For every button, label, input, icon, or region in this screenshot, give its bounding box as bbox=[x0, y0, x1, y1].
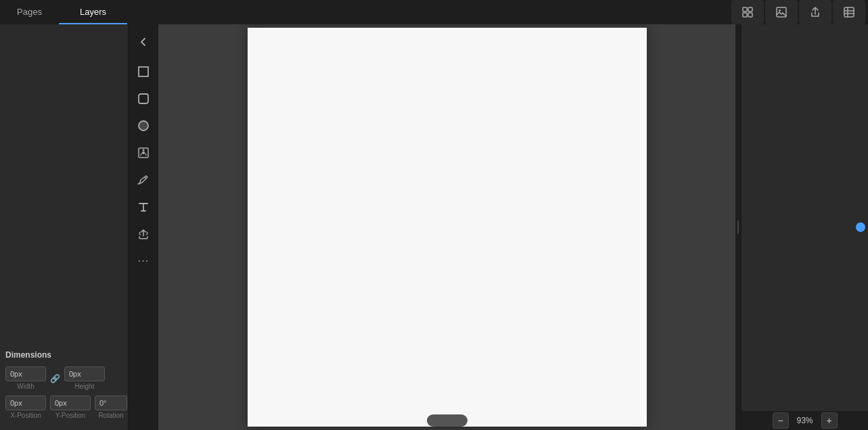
rounded-rect-tool-button[interactable] bbox=[131, 87, 156, 111]
top-bar-right-actions bbox=[731, 0, 868, 24]
upload-icon bbox=[137, 227, 150, 241]
svg-rect-7 bbox=[139, 67, 148, 76]
tab-pages[interactable]: Pages bbox=[0, 0, 59, 24]
rotation-field-group: Rotation bbox=[95, 396, 127, 419]
pen-icon bbox=[137, 173, 150, 187]
y-label: Y-Position bbox=[50, 412, 91, 419]
svg-point-9 bbox=[139, 121, 148, 130]
x-field-group: X-Position bbox=[5, 396, 46, 419]
pen-tool-button[interactable] bbox=[131, 168, 156, 192]
grid-icon bbox=[741, 5, 754, 19]
width-height-row: Width 🔗 Height bbox=[5, 366, 122, 390]
back-button[interactable] bbox=[131, 30, 156, 54]
svg-point-11 bbox=[143, 149, 145, 151]
zoom-value: 93% bbox=[793, 416, 817, 425]
dimensions-panel: Dimensions Width 🔗 Height X-Position bbox=[0, 342, 128, 430]
canvas-page bbox=[248, 28, 647, 427]
zoom-plus-icon: + bbox=[826, 415, 831, 426]
grid-button[interactable] bbox=[731, 0, 764, 24]
frame-tool-button[interactable] bbox=[131, 141, 156, 165]
rotation-input[interactable] bbox=[95, 396, 127, 410]
zoom-in-button[interactable]: + bbox=[821, 412, 838, 429]
more-tools-button[interactable]: ··· bbox=[131, 249, 156, 273]
height-label: Height bbox=[64, 383, 105, 390]
width-input[interactable] bbox=[5, 366, 46, 381]
frame-icon bbox=[137, 146, 150, 160]
height-field-group: Height bbox=[64, 366, 105, 390]
page-indicator bbox=[427, 414, 467, 427]
height-input[interactable] bbox=[64, 366, 105, 381]
x-label: X-Position bbox=[5, 412, 46, 419]
rectangle-icon bbox=[137, 65, 150, 78]
x-input[interactable] bbox=[5, 396, 46, 410]
upload-tool-button[interactable] bbox=[131, 222, 156, 246]
svg-rect-8 bbox=[139, 94, 148, 103]
position-row: X-Position Y-Position Rotation bbox=[5, 396, 122, 419]
tab-layers-label: Layers bbox=[80, 7, 106, 17]
y-field-group: Y-Position bbox=[50, 396, 91, 419]
svg-rect-6 bbox=[844, 7, 854, 17]
zoom-bar: − 93% + bbox=[741, 411, 868, 430]
text-tool-button[interactable] bbox=[131, 195, 156, 219]
rotation-label: Rotation bbox=[95, 412, 127, 419]
svg-rect-3 bbox=[748, 13, 752, 17]
status-dot bbox=[856, 222, 865, 232]
layers-list bbox=[0, 24, 128, 342]
width-label: Width bbox=[5, 383, 46, 390]
dimensions-title: Dimensions bbox=[5, 350, 122, 360]
rectangle-tool-button[interactable] bbox=[131, 59, 156, 84]
zoom-out-button[interactable]: − bbox=[773, 412, 789, 429]
circle-tool-button[interactable] bbox=[131, 114, 156, 138]
circle-icon bbox=[137, 119, 150, 133]
width-field-group: Width bbox=[5, 366, 46, 390]
collapse-handle[interactable] bbox=[735, 24, 741, 430]
more-icon bbox=[842, 5, 856, 19]
image-icon bbox=[775, 5, 788, 19]
svg-rect-0 bbox=[743, 7, 747, 11]
tab-layers[interactable]: Layers bbox=[59, 0, 127, 24]
left-sidebar: Dimensions Width 🔗 Height X-Position bbox=[0, 24, 129, 430]
y-input[interactable] bbox=[50, 396, 91, 410]
share-icon bbox=[808, 5, 822, 19]
tool-strip: ··· bbox=[129, 24, 158, 430]
main-layout: Dimensions Width 🔗 Height X-Position bbox=[0, 24, 868, 430]
zoom-minus-icon: − bbox=[777, 415, 783, 426]
more-button[interactable] bbox=[833, 0, 865, 24]
svg-point-5 bbox=[779, 9, 781, 11]
right-sidebar: − 93% + bbox=[741, 24, 868, 430]
svg-rect-1 bbox=[748, 7, 752, 11]
rounded-rect-icon bbox=[137, 92, 150, 105]
svg-rect-2 bbox=[743, 13, 747, 17]
canvas-bottom-strip bbox=[158, 411, 735, 430]
canvas-area[interactable] bbox=[158, 24, 735, 430]
top-bar: Pages Layers bbox=[0, 0, 868, 24]
text-icon bbox=[137, 200, 150, 214]
tab-pages-label: Pages bbox=[17, 7, 42, 17]
more-tools-icon: ··· bbox=[138, 255, 149, 267]
share-button[interactable] bbox=[799, 0, 831, 24]
image-button[interactable] bbox=[765, 0, 798, 24]
link-proportions-icon[interactable]: 🔗 bbox=[50, 374, 60, 383]
back-icon bbox=[137, 36, 150, 48]
